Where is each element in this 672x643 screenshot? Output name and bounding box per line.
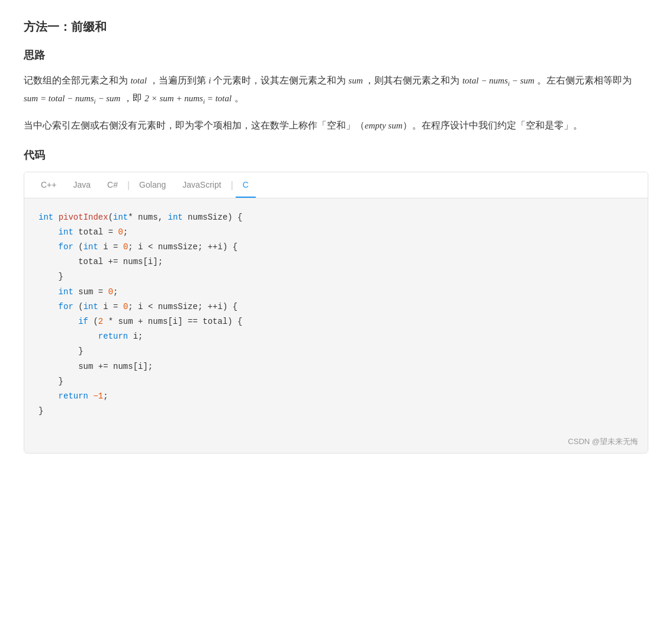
section-title: 方法一：前缀和 [24, 17, 648, 37]
para1-text7: 。 [234, 93, 244, 103]
para1-i: i [208, 76, 213, 85]
para1-formula1: total − numsi − sum [462, 76, 535, 85]
watermark: CSDN @望未来无悔 [24, 430, 648, 453]
page-wrapper: 方法一：前缀和 思路 记数组的全部元素之和为 total ，当遍历到第 i 个元… [24, 17, 648, 454]
tab-divider-5: | [231, 177, 233, 193]
para1-total: total [130, 76, 149, 85]
code-label: 代码 [24, 146, 648, 165]
para1-formula2: sum = total − numsi − sum [24, 94, 120, 103]
tab-java[interactable]: Java [66, 172, 98, 198]
content-para1: 记数组的全部元素之和为 total ，当遍历到第 i 个元素时，设其左侧元素之和… [24, 72, 648, 108]
para1-text4: ，则其右侧元素之和为 [365, 75, 459, 85]
tab-c[interactable]: C [236, 172, 256, 198]
tab-csharp[interactable]: C# [100, 172, 125, 198]
idea-label: 思路 [24, 46, 648, 65]
tab-cpp[interactable]: C++ [34, 172, 63, 198]
para1-text2: ，当遍历到第 [149, 75, 206, 85]
tab-divider-3: | [127, 177, 130, 193]
tab-javascript[interactable]: JavaScript [175, 172, 228, 198]
para2-text: 当中心索引左侧或右侧没有元素时，即为零个项相加，这在数学上称作「空和」（ [24, 120, 365, 130]
para1-formula3: 2 × sum + numsi = total [144, 94, 231, 103]
para2-text2: ）。在程序设计中我们约定「空和是零」。 [403, 120, 583, 130]
para1-sum: sum [349, 76, 365, 85]
para1-text5: 。左右侧元素相等即为 [537, 75, 632, 85]
content-para2: 当中心索引左侧或右侧没有元素时，即为零个项相加，这在数学上称作「空和」（empt… [24, 117, 648, 134]
para1-text6: ，即 [123, 93, 142, 103]
code-container: C++ Java C# | Golang JavaScript | C int … [24, 172, 648, 454]
code-block: int pivotIndex(int* nums, int numsSize) … [24, 198, 648, 431]
para2-empty-sum: empty sum [365, 121, 403, 130]
para1-text1: 记数组的全部元素之和为 [24, 75, 128, 85]
code-tabs: C++ Java C# | Golang JavaScript | C [24, 172, 648, 198]
tab-golang[interactable]: Golang [132, 172, 173, 198]
para1-text3: 个元素时，设其左侧元素之和为 [213, 75, 346, 85]
